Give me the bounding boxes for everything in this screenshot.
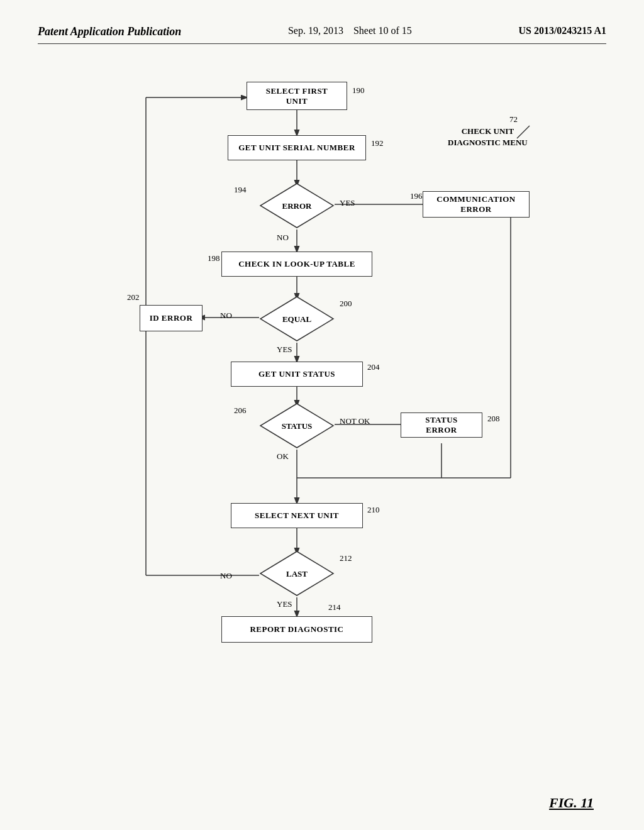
ref-202: 202 <box>127 292 140 302</box>
header-right: US 2013/0243215 A1 <box>518 25 606 36</box>
select-first-unit-node: SELECT FIRST UNIT <box>247 82 347 110</box>
ref-190: 190 <box>352 86 365 96</box>
equal-yes-label: YES <box>277 345 292 355</box>
error-no-label: NO <box>277 233 289 243</box>
ref-194: 194 <box>234 185 247 195</box>
check-unit-menu-label: CHECK UNITDIAGNOSTIC MENU <box>448 126 528 148</box>
check-lookup-node: CHECK IN LOOK-UP TABLE <box>221 252 372 277</box>
equal-no-label: NO <box>220 311 232 321</box>
ref-72: 72 <box>509 114 518 124</box>
date-label: Sep. 19, 2013 <box>288 25 343 36</box>
ref-192: 192 <box>371 138 384 148</box>
last-no-label: NO <box>220 571 232 581</box>
sheet-label: Sheet 10 of 15 <box>353 25 412 36</box>
status-diamond-node: STATUS <box>259 402 335 450</box>
error-diamond-node: ERROR <box>259 182 335 230</box>
error-yes-label: YES <box>340 198 355 208</box>
flowchart: SELECT FIRST UNIT 190 CHECK UNITDIAGNOST… <box>52 63 592 773</box>
ref-214: 214 <box>328 602 341 612</box>
page: Patent Application Publication Sep. 19, … <box>0 0 644 830</box>
ref-206: 206 <box>234 406 247 416</box>
ref-210: 210 <box>367 505 380 515</box>
header-center: Sep. 19, 2013 Sheet 10 of 15 <box>288 25 412 36</box>
ref-198: 198 <box>208 253 220 263</box>
header: Patent Application Publication Sep. 19, … <box>38 25 606 44</box>
publication-label: Patent Application Publication <box>38 25 181 38</box>
get-unit-status-node: GET UNIT STATUS <box>231 362 363 387</box>
ref-200: 200 <box>340 299 352 309</box>
equal-diamond-node: EQUAL <box>259 296 335 343</box>
get-unit-serial-node: GET UNIT SERIAL NUMBER <box>228 135 366 160</box>
status-notok-label: NOT OK <box>340 416 370 426</box>
header-left: Patent Application Publication <box>38 25 181 38</box>
last-diamond-node: LAST <box>259 550 335 597</box>
ref-212: 212 <box>340 553 352 563</box>
id-error-node: ID ERROR <box>140 305 203 331</box>
last-yes-label: YES <box>277 599 292 609</box>
select-next-unit-node: SELECT NEXT UNIT <box>231 503 363 528</box>
ref-204: 204 <box>367 362 380 372</box>
status-error-node: STATUS ERROR <box>401 412 482 438</box>
comm-error-node: COMMUNICATION ERROR <box>423 191 530 218</box>
ref-208: 208 <box>487 414 500 424</box>
figure-label: FIG. 11 <box>549 795 594 811</box>
status-ok-label: OK <box>277 451 289 462</box>
report-diagnostic-node: REPORT DIAGNOSTIC <box>221 616 372 643</box>
ref-196: 196 <box>410 191 423 201</box>
patent-number: US 2013/0243215 A1 <box>518 25 606 36</box>
